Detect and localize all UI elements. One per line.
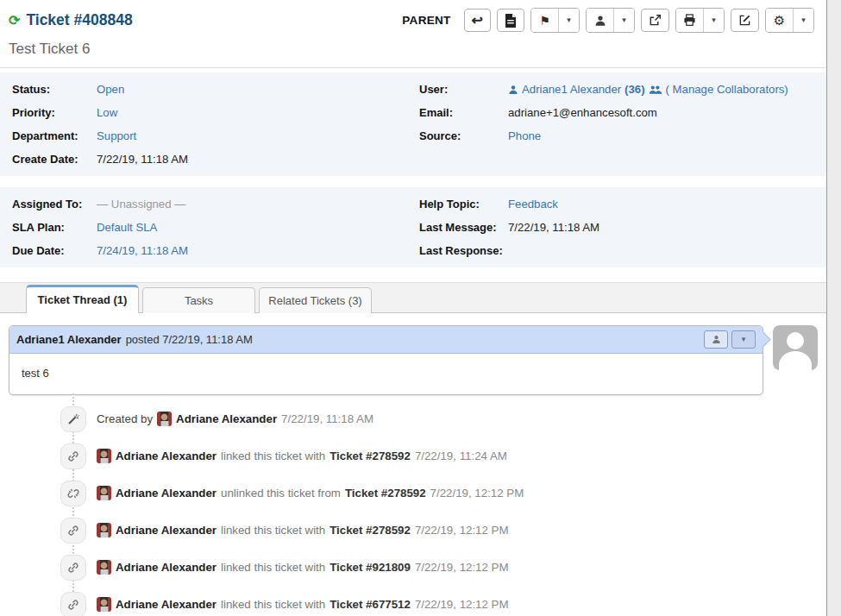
event-action: linked this ticket with [221, 598, 325, 611]
print-button-group: ▾ [675, 8, 725, 33]
department-value[interactable]: Support [97, 129, 136, 142]
last-response-label: Last Response: [413, 244, 508, 257]
thread-options-button[interactable]: ▾ [731, 330, 756, 349]
note-icon [505, 14, 517, 28]
assign-button[interactable] [587, 9, 613, 32]
email-value: adriane+1@enhancesoft.com [508, 106, 657, 119]
reply-icon: ↩ [472, 14, 483, 28]
event-action: linked this ticket with [221, 561, 325, 574]
print-button[interactable] [676, 9, 703, 32]
event-ticket-link[interactable]: Ticket #278592 [345, 487, 426, 500]
create-date-value: 7/22/19, 11:18 AM [97, 153, 188, 166]
user-ticket-count[interactable]: (36) [624, 83, 644, 96]
assign-dropdown-button[interactable]: ▾ [613, 9, 634, 32]
tab-ticket-thread[interactable]: Ticket Thread (1) [26, 285, 139, 313]
tab-tasks[interactable]: Tasks [142, 287, 255, 313]
post-note-button[interactable] [497, 9, 524, 32]
refresh-icon[interactable]: ⟳ [9, 14, 20, 28]
sla-plan-row: SLA Plan: Default SLA [0, 216, 413, 239]
event-linked: Adriane Alexander linked this ticket wit… [0, 549, 826, 586]
share-icon [649, 14, 662, 27]
event-linked: Adriane Alexander linked this ticket wit… [0, 437, 826, 475]
event-ticket-link[interactable]: Ticket #677512 [329, 598, 411, 611]
help-topic-value[interactable]: Feedback [508, 198, 558, 211]
assigned-to-label: Assigned To: [0, 198, 97, 211]
event-ticket-link[interactable]: Ticket #278592 [329, 449, 411, 462]
print-icon [683, 14, 696, 27]
sla-plan-label: SLA Plan: [0, 221, 97, 234]
chevron-down-icon: ▾ [742, 336, 746, 343]
flag-button-group: ⚑ ▾ [530, 8, 580, 33]
thread-message-body: test 6 [9, 354, 763, 394]
thread-user-button[interactable] [704, 330, 728, 349]
due-date-value[interactable]: 7/24/19, 11:18 AM [97, 244, 188, 257]
manage-collaborators-link[interactable]: ( Manage Collaborators) [666, 83, 788, 96]
event-action: linked this ticket with [221, 524, 325, 537]
status-value[interactable]: Open [97, 83, 124, 96]
due-date-row: Due Date: 7/24/19, 11:18 AM [0, 239, 413, 262]
last-message-row: Last Message: 7/22/19, 11:18 AM [413, 216, 826, 239]
event-ticket-link[interactable]: Ticket #921809 [329, 561, 411, 574]
source-row: Source: Phone [413, 124, 826, 148]
department-row: Department: Support [0, 124, 413, 148]
sla-plan-value[interactable]: Default SLA [97, 221, 157, 234]
event-actor: Adriane Alexander [116, 524, 217, 537]
ticket-page: ⟳ Ticket #408848 PARENT ↩ ⚑ ▾ [0, 0, 826, 616]
thread-posted-time: posted 7/22/19, 11:18 AM [126, 333, 253, 346]
link-icon [66, 524, 80, 537]
settings-dropdown-button[interactable]: ▾ [793, 9, 813, 32]
event-badge [60, 518, 86, 544]
link-icon [66, 561, 80, 575]
create-date-label: Create Date: [0, 153, 97, 166]
edit-icon [738, 14, 751, 27]
event-actor: Adriane Alexander [116, 449, 217, 462]
event-time: 7/22/19, 12:12 PM [415, 561, 509, 574]
status-label: Status: [0, 83, 97, 96]
event-prefix: Created by [97, 412, 153, 425]
link-icon [66, 449, 80, 463]
event-linked: Adriane Alexander linked this ticket wit… [0, 512, 826, 549]
event-time: 7/22/19, 11:18 AM [281, 412, 373, 425]
help-topic-label: Help Topic: [413, 198, 508, 211]
department-label: Department: [0, 129, 97, 142]
user-label: User: [413, 83, 508, 96]
chevron-down-icon: ▾ [622, 16, 626, 24]
tab-related-tickets[interactable]: Related Tickets (3) [259, 287, 372, 313]
status-row: Status: Open [0, 78, 413, 101]
wand-icon [66, 412, 80, 426]
flag-dropdown-button[interactable]: ▾ [558, 9, 579, 32]
ticket-subject: Test Ticket 6 [0, 35, 826, 68]
toolbar: PARENT ↩ ⚑ ▾ [402, 8, 814, 33]
event-actor: Adriane Alexander [116, 487, 217, 500]
user-row: User: Adriane1 Alexander (36) ( Manage C… [413, 78, 826, 101]
user-name-link[interactable]: Adriane1 Alexander [522, 83, 621, 96]
event-ticket-link[interactable]: Ticket #278592 [329, 524, 411, 537]
event-unlinked: Adriane Alexander unlinked this ticket f… [0, 475, 826, 512]
page-title: Ticket #408848 [26, 11, 132, 29]
event-badge [60, 555, 86, 581]
avatar [97, 486, 111, 500]
share-button[interactable] [641, 9, 669, 32]
source-value[interactable]: Phone [508, 129, 541, 142]
thread-pointer [755, 331, 770, 347]
chevron-down-icon: ▾ [801, 16, 806, 24]
thread-author: Adriane1 Alexander [16, 333, 122, 346]
agent-icon [712, 335, 721, 344]
settings-button[interactable]: ⚙ [766, 9, 793, 32]
event-actor: Adriane Alexander [116, 561, 217, 574]
email-label: Email: [413, 106, 508, 119]
vertical-scrollbar[interactable] [826, 0, 841, 616]
edit-button[interactable] [731, 9, 759, 32]
thread-entry: Adriane1 Alexander posted 7/22/19, 11:18… [9, 325, 818, 395]
source-label: Source: [413, 129, 508, 142]
reply-button[interactable]: ↩ [464, 9, 491, 32]
gear-icon: ⚙ [774, 14, 785, 27]
event-badge [60, 443, 86, 469]
ticket-event-timeline: Created by Adriane Alexander 7/22/19, 11… [0, 400, 826, 616]
assigned-to-row: Assigned To: — Unassigned — [0, 192, 413, 216]
chevron-down-icon: ▾ [712, 16, 716, 24]
flag-button[interactable]: ⚑ [531, 9, 558, 32]
priority-value[interactable]: Low [97, 106, 117, 119]
print-dropdown-button[interactable]: ▾ [703, 9, 724, 32]
user-icon [508, 85, 518, 95]
